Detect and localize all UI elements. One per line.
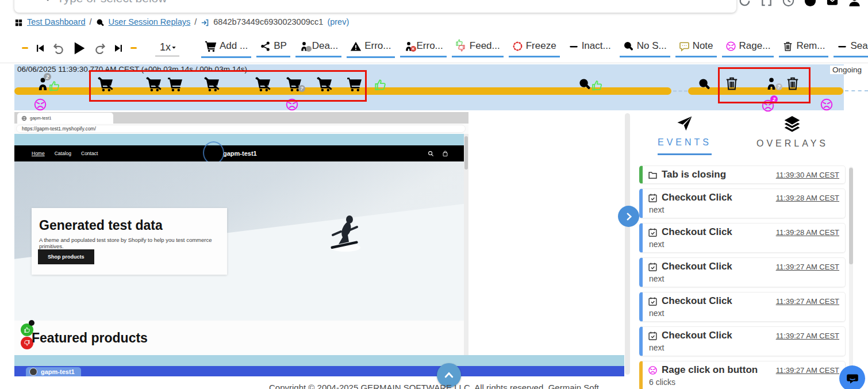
user-icon[interactable] <box>848 0 861 7</box>
clock-icon[interactable] <box>782 0 795 7</box>
panel-divider-track[interactable] <box>625 113 630 375</box>
trash-marker-icon[interactable] <box>785 76 800 91</box>
refresh-icon[interactable] <box>738 0 751 7</box>
event-subtitle: next <box>648 205 839 214</box>
filter-bp[interactable]: BP <box>256 38 290 57</box>
person-question-marker-icon[interactable]: ? <box>765 77 778 91</box>
event-time-link[interactable]: 11:39:30 AM CEST <box>776 171 839 179</box>
site-search-icon[interactable] <box>428 151 434 157</box>
search-marker-icon[interactable] <box>698 78 711 91</box>
tab-events[interactable]: EVENTS <box>658 115 712 155</box>
event-card[interactable]: Checkout Click 11:39:27 AM CEST next <box>639 292 846 322</box>
skip-to-start-button[interactable] <box>35 43 45 53</box>
event-card[interactable]: Rage click on button 11:39:27 AM CEST 6 … <box>639 361 846 389</box>
filter-add-to-cart[interactable]: Add ... <box>201 38 251 58</box>
warning-icon <box>350 40 362 52</box>
cart-slash-marker-icon[interactable] <box>146 76 162 92</box>
site-nav-home[interactable]: Home <box>32 151 45 156</box>
search-marker-icon[interactable] <box>578 78 592 91</box>
filter-no-search[interactable]: No S... <box>620 38 670 57</box>
thumb-up-marker-icon[interactable] <box>48 80 60 92</box>
chevron-right-icon <box>624 211 634 222</box>
trim-start-marker[interactable] <box>22 47 28 49</box>
global-search-bar[interactable] <box>14 0 736 13</box>
chat-icon <box>846 372 859 386</box>
replay-toolbar: 1x Add ... BP Dea... Erro... ×Erro... Fe… <box>0 33 868 63</box>
person-badge-icon <box>299 40 309 52</box>
event-card[interactable]: Tab is closing 11:39:30 AM CEST <box>639 165 846 184</box>
timeline-timestamp: 06/06/2025 11:39:30.770 AM CEST (+00h 03… <box>17 65 247 74</box>
calendar-check-icon <box>648 262 658 272</box>
site-brand[interactable]: gapm-test1 <box>223 150 257 157</box>
filter-note[interactable]: Note <box>675 38 717 57</box>
site-nav-contact[interactable]: Contact <box>81 151 98 156</box>
filter-error-warning[interactable]: Erro... <box>347 38 394 58</box>
tab-overlays[interactable]: OVERLAYS <box>756 115 828 155</box>
cart-slash-marker-icon[interactable] <box>204 76 220 92</box>
cart-marker-icon[interactable] <box>347 76 362 92</box>
chat-widget-button[interactable] <box>839 365 865 389</box>
event-time-link[interactable]: 11:39:27 AM CEST <box>776 297 839 306</box>
global-search-input[interactable] <box>56 0 575 6</box>
inbox-icon[interactable] <box>825 0 839 7</box>
filter-feedback[interactable]: Feed... <box>452 38 504 57</box>
filter-search[interactable]: Sear... <box>834 38 868 57</box>
event-time-link[interactable]: 11:39:27 AM CEST <box>776 263 839 271</box>
event-card[interactable]: Checkout Click 11:39:27 AM CEST next <box>639 326 846 356</box>
thumb-up-marker-icon[interactable] <box>591 79 603 91</box>
cart-slash-marker-icon[interactable] <box>98 76 113 92</box>
site-nav-catalog[interactable]: Catalog <box>55 151 71 156</box>
event-time-link[interactable]: 11:39:27 AM CEST <box>776 332 839 340</box>
filter-freeze[interactable]: Freeze <box>509 38 560 57</box>
breadcrumb: Test Dashboard / User Session Replays / … <box>14 17 349 27</box>
panel-collapse-button[interactable] <box>618 206 639 227</box>
rage-marker-icon[interactable] <box>820 98 834 111</box>
filter-remove[interactable]: Rem... <box>779 38 828 57</box>
event-time-link[interactable]: 11:39:28 AM CEST <box>776 194 839 202</box>
share-icon <box>260 40 271 52</box>
replay-page-scrollbar-thumb[interactable] <box>464 136 468 170</box>
rage-marker-icon[interactable] <box>33 98 47 111</box>
event-subtitle: next <box>648 343 839 352</box>
topbar-icons <box>738 0 861 7</box>
trash-marker-icon[interactable] <box>724 76 739 91</box>
rage-marker-icon[interactable]: 2 <box>761 99 775 113</box>
cart-slash-marker-icon[interactable] <box>317 76 332 92</box>
filter-dead-click[interactable]: Dea... <box>295 38 341 57</box>
step-forward-button[interactable] <box>94 42 106 54</box>
playback-speed-select[interactable]: 1x <box>155 40 179 56</box>
event-card[interactable]: Checkout Click 11:39:27 AM CEST next <box>639 257 846 287</box>
site-bag-icon[interactable] <box>442 151 448 157</box>
event-time-link[interactable]: 11:39:28 AM CEST <box>776 228 839 237</box>
plane-icon <box>676 115 693 132</box>
trash-icon <box>782 40 793 52</box>
cart-slash-marker-icon[interactable] <box>255 76 271 92</box>
event-card[interactable]: Checkout Click 11:39:28 AM CEST next <box>639 223 846 253</box>
fullscreen-icon[interactable] <box>760 0 773 7</box>
hero-title: Generated test data <box>39 218 163 233</box>
breadcrumb-user-session-replays[interactable]: User Session Replays <box>109 17 191 26</box>
replay-taskbar-tab[interactable]: gapm-test1 <box>26 367 81 376</box>
skip-to-end-button[interactable] <box>113 43 124 53</box>
play-button[interactable] <box>71 40 87 56</box>
filter-error-user[interactable]: ×Erro... <box>400 38 447 57</box>
shop-products-button[interactable]: Shop products <box>38 249 94 264</box>
cart-slash-badge-marker-icon[interactable]: ? <box>286 76 302 92</box>
thumbs-icon <box>455 40 467 52</box>
rage-marker-icon[interactable] <box>285 98 299 111</box>
thumb-up-marker-icon[interactable] <box>374 78 387 91</box>
cart-marker-icon[interactable] <box>167 76 183 92</box>
panel-tabs: EVENTS OVERLAYS <box>635 115 851 155</box>
status-circle-icon[interactable] <box>804 0 817 7</box>
filter-inactivity[interactable]: Inact... <box>565 38 614 57</box>
replay-browser-tab[interactable]: gapm-test1 <box>17 113 113 124</box>
trim-end-marker[interactable] <box>130 47 137 49</box>
event-card[interactable]: Checkout Click 11:39:28 AM CEST next <box>639 188 846 218</box>
timeline-status: Ongoing <box>830 66 864 74</box>
filter-rage-click[interactable]: Rage... <box>722 38 774 57</box>
event-time-link[interactable]: 11:39:27 AM CEST <box>776 366 839 375</box>
breadcrumb-prev-link[interactable]: (prev) <box>327 17 349 26</box>
step-back-button[interactable] <box>52 42 64 54</box>
breadcrumb-test-dashboard[interactable]: Test Dashboard <box>27 17 86 26</box>
event-list-scrollbar-thumb[interactable] <box>849 168 853 264</box>
